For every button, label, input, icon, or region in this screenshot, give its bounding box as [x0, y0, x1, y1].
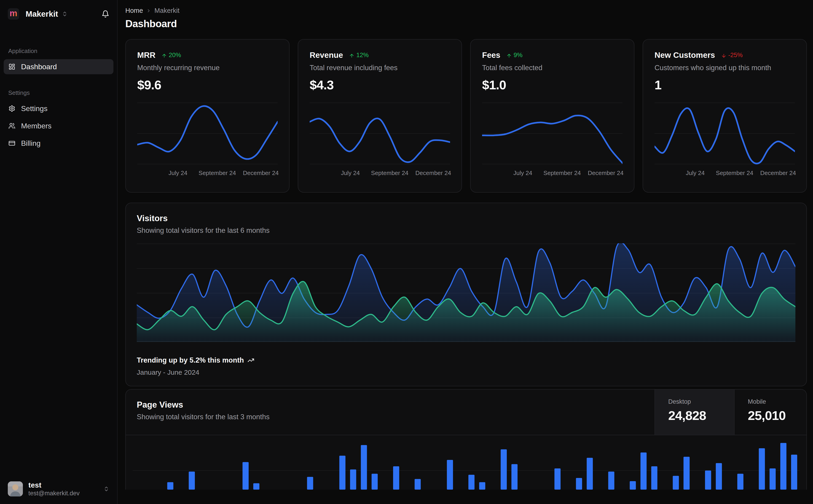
- axis-tick-label: December 24: [588, 170, 624, 177]
- axis-tick-label: December 24: [243, 170, 279, 177]
- arrow-up-icon: [161, 53, 167, 58]
- visitors-trend-text: Trending up by 5.2% this month: [137, 356, 244, 364]
- main-content: Home Makerkit Dashboard MRR 20% Monthly …: [117, 0, 813, 504]
- stat-card: New Customers -25% Customers who signed …: [643, 39, 807, 193]
- breadcrumb: Home Makerkit: [125, 7, 807, 14]
- stat-card-title: Fees: [482, 50, 500, 60]
- visitors-subtitle: Showing total visitors for the last 6 mo…: [137, 226, 795, 235]
- trend-value: 20%: [169, 52, 181, 59]
- notifications-button[interactable]: [101, 10, 109, 18]
- breadcrumb-home-link[interactable]: Home: [125, 7, 143, 14]
- page-views-header: Page Views Showing total visitors for th…: [126, 390, 806, 435]
- workspace-switcher[interactable]: m Makerkit: [0, 0, 117, 28]
- axis-tick-label: September 24: [371, 170, 408, 177]
- axis-tick-label: September 24: [198, 170, 236, 177]
- stat-card: MRR 20% Monthly recurring revenue $9.6 J…: [125, 39, 290, 193]
- sidebar: m Makerkit Application Dashboard Setting…: [0, 0, 117, 504]
- sparkline-chart: [137, 100, 278, 167]
- stat-card-description: Total revenue including fees: [310, 64, 450, 72]
- sidebar-item-label: Dashboard: [21, 63, 57, 71]
- visitors-footer: Trending up by 5.2% this month January -…: [137, 356, 795, 376]
- trend-value: 9%: [514, 52, 522, 59]
- stat-card-header: New Customers -25%: [655, 50, 795, 60]
- trend-badge: 12%: [349, 52, 369, 59]
- sidebar-item-label: Settings: [21, 104, 48, 113]
- visitors-card: Visitors Showing total visitors for the …: [125, 203, 807, 386]
- stat-card-header: Revenue 12%: [310, 50, 450, 60]
- settings-gear-icon: [8, 105, 16, 112]
- page-views-bar-chart: [126, 435, 806, 490]
- stat-card: Fees 9% Total fees collected $1.0 July 2…: [470, 39, 635, 193]
- sidebar-item-members[interactable]: Members: [4, 118, 113, 133]
- toggle-label: Desktop: [668, 398, 734, 405]
- arrow-down-icon: [721, 53, 727, 58]
- trend-value: 12%: [356, 52, 369, 59]
- page-views-title: Page Views: [137, 400, 644, 410]
- avatar: [8, 481, 23, 496]
- sidebar-item-label: Members: [21, 122, 51, 130]
- app: m Makerkit Application Dashboard Setting…: [0, 0, 813, 504]
- sidebar-item-dashboard[interactable]: Dashboard: [4, 59, 113, 74]
- nav-section-label-settings: Settings: [0, 89, 117, 96]
- breadcrumb-current[interactable]: Makerkit: [154, 7, 179, 14]
- bell-icon: [101, 10, 109, 18]
- stat-card-description: Total fees collected: [482, 64, 623, 72]
- stat-card-title: MRR: [137, 50, 155, 60]
- spark-axis: July 24September 24December 24: [310, 170, 450, 177]
- toggle-value: 24,828: [668, 408, 734, 423]
- user-menu[interactable]: test test@makerkit.dev: [0, 474, 117, 504]
- sparkline-chart: [655, 100, 795, 167]
- nav-section-label-application: Application: [0, 48, 117, 55]
- users-icon: [8, 122, 16, 129]
- workspace-logo-letter: m: [10, 9, 17, 18]
- trend-badge: -25%: [721, 52, 743, 59]
- sidebar-item-billing[interactable]: Billing: [4, 136, 113, 151]
- stat-card-title: Revenue: [310, 50, 343, 60]
- spark-axis: July 24September 24December 24: [655, 170, 795, 177]
- chevrons-up-down-icon: [62, 11, 68, 17]
- axis-tick-label: July 24: [686, 170, 705, 177]
- trending-up-icon: [248, 357, 254, 364]
- stat-card: Revenue 12% Total revenue including fees…: [298, 39, 462, 193]
- chevrons-up-down-icon: [103, 486, 109, 492]
- axis-tick-label: September 24: [716, 170, 753, 177]
- stat-card-value: $1.0: [482, 77, 623, 92]
- stat-card-header: MRR 20%: [137, 50, 278, 60]
- workspace-name: Makerkit: [26, 9, 58, 19]
- arrow-up-icon: [349, 53, 355, 58]
- trend-value: -25%: [728, 52, 743, 59]
- stat-card-value: $4.3: [310, 77, 450, 92]
- stat-card-header: Fees 9%: [482, 50, 623, 60]
- axis-tick-label: July 24: [513, 170, 532, 177]
- trend-badge: 20%: [161, 52, 181, 59]
- stat-cards-grid: MRR 20% Monthly recurring revenue $9.6 J…: [125, 39, 807, 193]
- trend-badge: 9%: [506, 52, 522, 59]
- axis-tick-label: December 24: [415, 170, 451, 177]
- axis-tick-label: July 24: [168, 170, 187, 177]
- user-meta: test test@makerkit.dev: [28, 480, 80, 497]
- axis-tick-label: July 24: [341, 170, 360, 177]
- stat-card-value: 1: [655, 77, 795, 92]
- toggle-desktop[interactable]: Desktop 24,828: [655, 390, 734, 435]
- stat-card-title: New Customers: [655, 50, 715, 60]
- arrow-up-icon: [506, 53, 512, 58]
- user-name: test: [28, 480, 80, 490]
- toggle-value: 25,010: [748, 408, 806, 423]
- page-title: Dashboard: [125, 18, 807, 29]
- spark-axis: July 24September 24December 24: [137, 170, 278, 177]
- visitors-area-chart: [137, 243, 795, 342]
- sidebar-item-label: Billing: [21, 139, 40, 148]
- page-views-subtitle: Showing total visitors for the last 3 mo…: [137, 413, 644, 421]
- nav-application: Dashboard: [0, 59, 117, 74]
- toggle-label: Mobile: [748, 398, 806, 405]
- stat-card-value: $9.6: [137, 77, 278, 92]
- layout-dashboard-icon: [8, 63, 16, 70]
- chevron-right-icon: [146, 8, 151, 13]
- sparkline-chart: [482, 100, 623, 167]
- sidebar-item-settings[interactable]: Settings: [4, 101, 113, 116]
- nav-settings: Settings Members Billing: [0, 101, 117, 151]
- page-views-card: Page Views Showing total visitors for th…: [125, 389, 807, 490]
- sparkline-chart: [310, 100, 450, 167]
- toggle-mobile[interactable]: Mobile 25,010: [734, 390, 806, 435]
- workspace-logo: m: [8, 8, 19, 20]
